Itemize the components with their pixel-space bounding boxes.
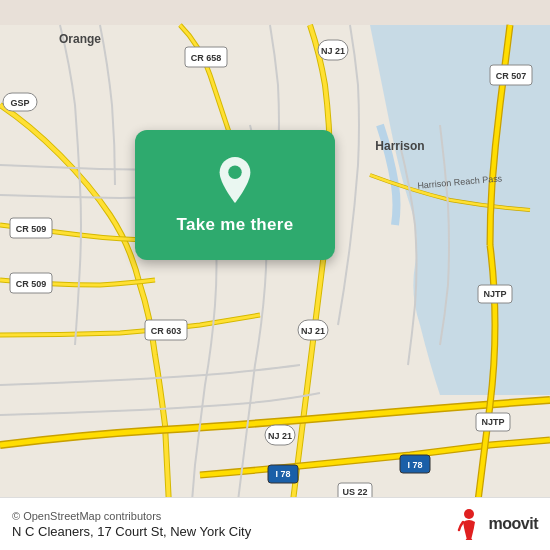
map-container: CR 658 NJ 21 CR 507 Harrison Harrison Re… bbox=[0, 0, 550, 550]
take-me-there-label: Take me there bbox=[177, 215, 294, 235]
bottom-bar: © OpenStreetMap contributors N C Cleaner… bbox=[0, 497, 550, 550]
svg-text:Orange: Orange bbox=[59, 32, 101, 46]
location-pin-icon bbox=[213, 155, 257, 205]
take-me-there-button[interactable]: Take me there bbox=[135, 130, 335, 260]
location-label: N C Cleaners, 17 Court St, New York City bbox=[12, 524, 251, 539]
svg-text:NJ 21: NJ 21 bbox=[268, 431, 292, 441]
svg-text:CR 507: CR 507 bbox=[496, 71, 527, 81]
svg-text:US 22: US 22 bbox=[342, 487, 367, 497]
moovit-person-icon bbox=[455, 508, 483, 540]
svg-text:CR 603: CR 603 bbox=[151, 326, 182, 336]
osm-credit: © OpenStreetMap contributors bbox=[12, 510, 251, 522]
svg-text:NJ 21: NJ 21 bbox=[301, 326, 325, 336]
svg-text:Harrison: Harrison bbox=[375, 139, 424, 153]
moovit-text: moovit bbox=[489, 515, 538, 533]
svg-text:NJTP: NJTP bbox=[483, 289, 506, 299]
svg-text:CR 509: CR 509 bbox=[16, 279, 47, 289]
bottom-left-info: © OpenStreetMap contributors N C Cleaner… bbox=[12, 510, 251, 539]
map-background: CR 658 NJ 21 CR 507 Harrison Harrison Re… bbox=[0, 0, 550, 550]
svg-text:GSP: GSP bbox=[10, 98, 29, 108]
svg-text:NJ 21: NJ 21 bbox=[321, 46, 345, 56]
svg-text:I 78: I 78 bbox=[407, 460, 422, 470]
svg-text:I 78: I 78 bbox=[275, 469, 290, 479]
moovit-logo: moovit bbox=[455, 508, 538, 540]
svg-text:CR 658: CR 658 bbox=[191, 53, 222, 63]
svg-text:NJTP: NJTP bbox=[481, 417, 504, 427]
svg-point-32 bbox=[228, 166, 241, 179]
svg-point-33 bbox=[464, 509, 474, 519]
svg-text:CR 509: CR 509 bbox=[16, 224, 47, 234]
